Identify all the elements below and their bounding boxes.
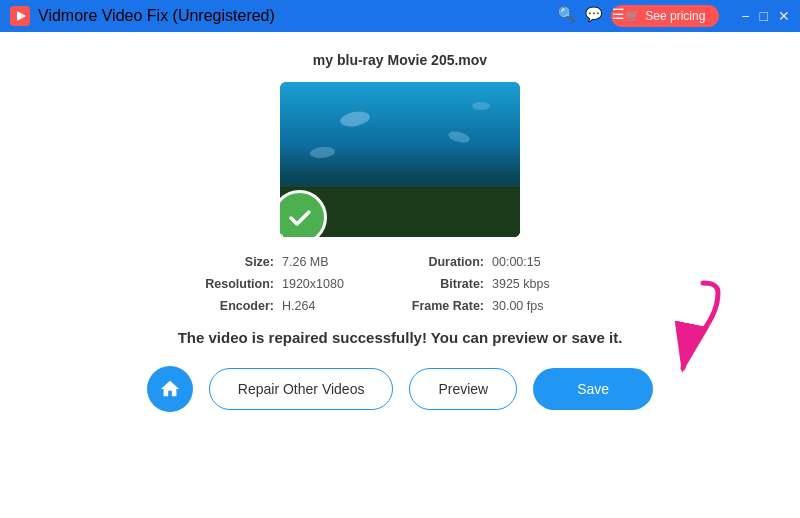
size-value: 7.26 MB — [280, 255, 400, 269]
minimize-button[interactable]: − — [741, 8, 749, 24]
cart-icon: 🛒 — [625, 9, 640, 23]
preview-button[interactable]: Preview — [409, 368, 517, 410]
rock-2 — [410, 187, 490, 237]
titlebar: Vidmore Video Fix (Unregistered) 🔍 💬 ☰ 🛒… — [0, 0, 800, 32]
resolution-label: Resolution: — [190, 277, 280, 291]
save-container: Save — [533, 368, 653, 410]
bitrate-value: 3925 kbps — [490, 277, 610, 291]
video-preview — [280, 82, 520, 237]
fish-3 — [472, 102, 490, 110]
success-message: The video is repaired successfully! You … — [178, 329, 623, 346]
fish-1 — [339, 110, 371, 129]
duration-value: 00:00:15 — [490, 255, 610, 269]
main-content: my blu-ray Movie 205.mov Size: 7.26 MB D… — [0, 32, 800, 518]
encoder-value: H.264 — [280, 299, 400, 313]
menu-icon[interactable]: ☰ — [612, 6, 625, 22]
repair-other-button[interactable]: Repair Other Videos — [209, 368, 394, 410]
duration-label: Duration: — [400, 255, 490, 269]
arrow-indicator — [648, 273, 728, 383]
toolbar-icons: 🔍 💬 ☰ — [558, 6, 625, 22]
framerate-label: Frame Rate: — [400, 299, 490, 313]
see-pricing-button[interactable]: 🛒 See pricing — [611, 5, 719, 27]
app-logo — [10, 6, 30, 26]
size-label: Size: — [190, 255, 280, 269]
home-button[interactable] — [147, 366, 193, 412]
home-icon — [159, 378, 181, 400]
framerate-value: 30.00 fps — [490, 299, 610, 313]
resolution-value: 1920x1080 — [280, 277, 400, 291]
bottom-buttons: Repair Other Videos Preview Save — [147, 366, 653, 412]
save-button[interactable]: Save — [533, 368, 653, 410]
search-icon[interactable]: 🔍 — [558, 6, 575, 22]
maximize-button[interactable]: □ — [760, 8, 768, 24]
video-info-table: Size: 7.26 MB Duration: 00:00:15 Resolut… — [190, 255, 610, 313]
window-controls: 🛒 See pricing − □ ✕ — [611, 5, 790, 27]
app-title: Vidmore Video Fix (Unregistered) — [38, 7, 275, 25]
close-button[interactable]: ✕ — [778, 8, 790, 24]
fish-4 — [310, 146, 336, 159]
video-filename: my blu-ray Movie 205.mov — [313, 52, 487, 68]
encoder-label: Encoder: — [190, 299, 280, 313]
bitrate-label: Bitrate: — [400, 277, 490, 291]
chat-icon[interactable]: 💬 — [585, 6, 602, 22]
fish-2 — [447, 129, 471, 144]
